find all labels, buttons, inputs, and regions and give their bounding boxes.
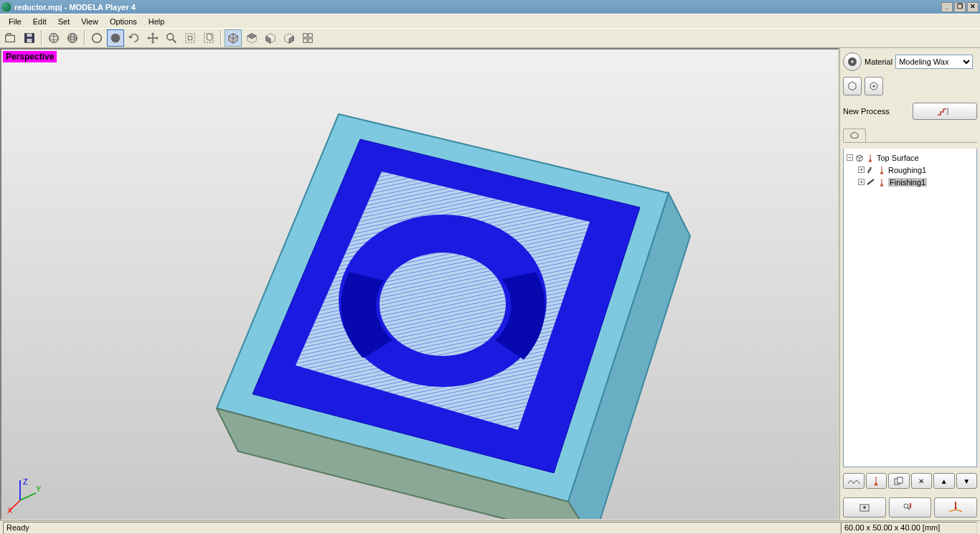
delete-button[interactable]: ✕ xyxy=(911,473,933,489)
svg-point-11 xyxy=(93,34,102,43)
tree-root-label: Top Surface xyxy=(877,154,919,162)
svg-rect-20 xyxy=(303,34,307,37)
save-icon[interactable] xyxy=(21,29,38,47)
move-down-button[interactable]: ▼ xyxy=(956,473,978,489)
svg-line-46 xyxy=(908,507,910,510)
menu-options[interactable]: Options xyxy=(104,16,143,27)
menu-edit[interactable]: Edit xyxy=(27,16,52,27)
right-panel: Material Modeling Wax New Process − Top … xyxy=(839,48,980,520)
expand-icon[interactable]: + xyxy=(858,179,864,185)
status-text: Ready xyxy=(3,522,841,534)
app-icon xyxy=(1,2,11,12)
process-tree[interactable]: − Top Surface + Roughing1 + Finishing1 xyxy=(843,149,977,467)
fit-icon[interactable] xyxy=(182,29,199,47)
tool-icon xyxy=(877,178,886,187)
pan-icon[interactable] xyxy=(144,29,161,47)
toolbar xyxy=(0,28,980,48)
move-up-button[interactable]: ▲ xyxy=(933,473,955,489)
axis-z-label: Z xyxy=(23,477,28,486)
svg-line-16 xyxy=(173,39,176,43)
expand-icon[interactable]: + xyxy=(858,167,864,173)
svg-rect-2 xyxy=(27,34,32,37)
tree-item-finishing[interactable]: + Finishing1 xyxy=(845,176,975,188)
svg-line-35 xyxy=(20,493,36,500)
edit-tool-button[interactable] xyxy=(866,473,887,489)
svg-rect-21 xyxy=(308,34,312,37)
svg-rect-3 xyxy=(27,39,32,42)
toolpath-button[interactable] xyxy=(843,473,864,489)
finishing-icon xyxy=(867,178,875,187)
machine-settings-button[interactable] xyxy=(843,52,862,71)
window-title: reductor.mpj - MODELA Player 4 xyxy=(14,3,940,11)
tree-item-roughing[interactable]: + Roughing1 xyxy=(845,164,975,176)
menu-help[interactable]: Help xyxy=(143,16,171,27)
menu-file[interactable]: File xyxy=(3,16,27,27)
view-top-icon[interactable] xyxy=(243,29,260,47)
collapse-icon[interactable]: − xyxy=(847,154,853,161)
view-outline-circle-icon[interactable] xyxy=(88,29,105,47)
model-geometry xyxy=(188,93,705,520)
menu-bar: File Edit Set View Options Help xyxy=(0,14,980,28)
axis-triad: Z Y X xyxy=(7,477,44,515)
view-mode-label: Perspective xyxy=(3,51,57,62)
origin-setup-button[interactable] xyxy=(864,77,883,95)
svg-rect-42 xyxy=(897,477,903,483)
process-tabs xyxy=(843,128,977,143)
tree-item-label: Roughing1 xyxy=(888,166,926,174)
view-iso-icon[interactable] xyxy=(225,29,242,47)
cut-button[interactable] xyxy=(934,497,977,517)
new-process-button[interactable] xyxy=(913,103,978,120)
cube-icon xyxy=(855,154,864,162)
minimize-button[interactable]: _ xyxy=(941,2,953,12)
svg-point-40 xyxy=(873,85,875,88)
material-label: Material xyxy=(864,57,892,66)
roughing-icon xyxy=(867,166,875,174)
view-quad-icon[interactable] xyxy=(299,29,316,47)
svg-point-44 xyxy=(863,506,866,509)
title-bar: reductor.mpj - MODELA Player 4 _ ❐ ✕ xyxy=(0,0,980,14)
tool-icon xyxy=(877,166,886,174)
fit-selection-icon[interactable] xyxy=(200,29,217,47)
tree-item-label: Finishing1 xyxy=(888,178,927,187)
new-process-label: New Process xyxy=(843,107,907,116)
status-bar: Ready 60.00 x 50.00 x 40.00 [mm] xyxy=(0,520,980,534)
view-grid-globe-icon[interactable] xyxy=(64,29,81,47)
tool-icon xyxy=(866,154,875,162)
svg-rect-0 xyxy=(6,35,15,42)
tab-surface[interactable] xyxy=(843,128,866,142)
axis-y-label: Y xyxy=(36,484,42,493)
status-dimensions: 60.00 x 50.00 x 40.00 [mm] xyxy=(841,522,977,534)
svg-point-12 xyxy=(111,34,121,43)
svg-point-15 xyxy=(167,34,174,40)
rotate-icon[interactable] xyxy=(126,29,143,47)
copy-button[interactable] xyxy=(888,473,910,489)
svg-rect-18 xyxy=(188,36,192,39)
material-select[interactable]: Modeling Wax xyxy=(895,55,973,69)
view-solid-circle-icon[interactable] xyxy=(107,29,124,47)
tree-root[interactable]: − Top Surface xyxy=(845,151,975,164)
svg-point-38 xyxy=(851,60,854,63)
zoom-icon[interactable] xyxy=(163,29,180,47)
model-setup-button[interactable] xyxy=(843,77,862,95)
axis-x-label: X xyxy=(7,506,13,515)
view-front-icon[interactable] xyxy=(262,29,279,47)
open-icon[interactable] xyxy=(2,29,19,47)
simulate-button[interactable] xyxy=(889,497,932,517)
menu-set[interactable]: Set xyxy=(52,16,76,27)
svg-point-33 xyxy=(380,253,506,356)
maximize-button[interactable]: ❐ xyxy=(954,2,966,12)
svg-rect-22 xyxy=(303,39,307,42)
preview-button[interactable] xyxy=(843,497,886,517)
view-side-icon[interactable] xyxy=(281,29,298,47)
svg-rect-23 xyxy=(308,39,312,42)
menu-view[interactable]: View xyxy=(75,16,104,27)
3d-viewport[interactable]: Perspective xyxy=(0,48,839,520)
svg-rect-17 xyxy=(186,34,195,43)
close-button[interactable]: ✕ xyxy=(967,2,979,12)
view-globe-icon[interactable] xyxy=(45,29,62,47)
